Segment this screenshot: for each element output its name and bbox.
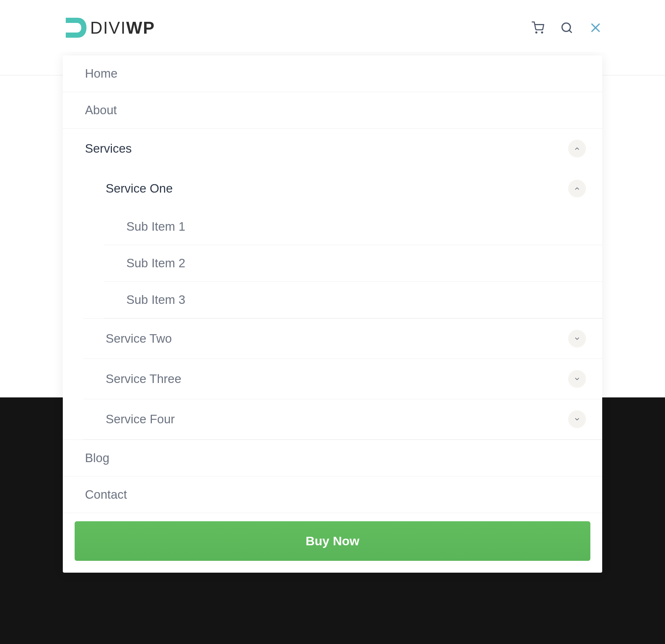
- submenu-item-service-two[interactable]: Service Two: [83, 319, 602, 359]
- menu-label: Blog: [85, 451, 109, 465]
- logo-mark-icon: [63, 15, 89, 41]
- menu-label: Sub Item 1: [126, 220, 185, 234]
- close-icon[interactable]: [589, 21, 602, 34]
- svg-point-1: [542, 32, 543, 33]
- menu-item-contact[interactable]: Contact: [63, 477, 602, 513]
- menu-label: Contact: [85, 488, 127, 502]
- site-header: DIVIWP: [0, 0, 665, 52]
- submenu-item-service-four[interactable]: Service Four: [83, 399, 602, 440]
- svg-line-3: [569, 30, 572, 33]
- site-logo[interactable]: DIVIWP: [63, 15, 155, 41]
- submenu-item-service-three[interactable]: Service Three: [83, 359, 602, 399]
- cta-label: Buy Now: [306, 534, 359, 548]
- header-actions: [531, 21, 602, 34]
- menu-label: Home: [85, 67, 117, 81]
- chevron-down-icon[interactable]: [568, 410, 586, 428]
- menu-label: Service Three: [106, 372, 181, 386]
- chevron-up-icon[interactable]: [568, 140, 586, 157]
- menu-item-home[interactable]: Home: [63, 55, 602, 92]
- menu-label: Service Four: [106, 412, 175, 426]
- submenu-item-service-one[interactable]: Service One Sub Item 1 Sub Item 2: [83, 169, 602, 319]
- menu-label: Service Two: [106, 332, 172, 346]
- cta-wrap: Buy Now: [63, 513, 602, 569]
- chevron-down-icon[interactable]: [568, 330, 586, 348]
- menu-label: About: [85, 103, 117, 117]
- subsub-item-3[interactable]: Sub Item 3: [104, 282, 602, 318]
- subsub-item-1[interactable]: Sub Item 1: [104, 209, 602, 245]
- menu-item-about[interactable]: About: [63, 92, 602, 129]
- menu-label: Sub Item 2: [126, 256, 185, 270]
- menu-label: Sub Item 3: [126, 293, 185, 307]
- chevron-down-icon[interactable]: [568, 370, 586, 388]
- svg-point-0: [536, 32, 537, 33]
- mobile-menu-panel: Home About Services Service One: [63, 55, 602, 573]
- subsub-item-2[interactable]: Sub Item 2: [104, 245, 602, 282]
- menu-item-services[interactable]: Services Service One: [63, 129, 602, 440]
- menu-label: Services: [85, 142, 132, 156]
- cart-icon[interactable]: [531, 21, 545, 34]
- chevron-up-icon[interactable]: [568, 180, 586, 197]
- logo-text: DIVIWP: [90, 18, 155, 38]
- menu-label: Service One: [106, 182, 173, 196]
- buy-now-button[interactable]: Buy Now: [75, 521, 590, 561]
- search-icon[interactable]: [560, 21, 573, 34]
- menu-item-blog[interactable]: Blog: [63, 440, 602, 477]
